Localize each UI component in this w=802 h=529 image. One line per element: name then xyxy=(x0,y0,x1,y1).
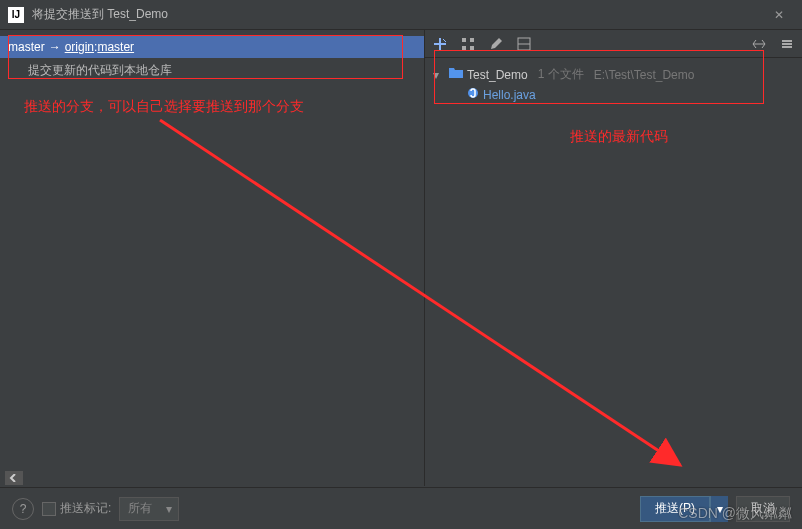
commit-item[interactable]: 提交更新的代码到本地仓库 xyxy=(0,58,424,83)
file-name: Hello.java xyxy=(483,88,536,102)
annotation-left-text: 推送的分支，可以自己选择要推送到那个分支 xyxy=(24,98,304,116)
local-branch-label: master xyxy=(8,40,45,54)
java-file-icon xyxy=(467,87,479,102)
settings-icon[interactable] xyxy=(778,35,796,53)
titlebar: IJ 将提交推送到 Test_Demo ✕ xyxy=(0,0,802,30)
remote-link[interactable]: origin xyxy=(65,40,94,54)
svg-rect-3 xyxy=(470,46,474,50)
annotation-right-text: 推送的最新代码 xyxy=(570,128,668,146)
checkbox-box-icon[interactable] xyxy=(42,502,56,516)
file-count-label: 1 个文件 xyxy=(538,66,584,83)
tree-file-row[interactable]: Hello.java xyxy=(433,85,794,104)
edit-icon[interactable] xyxy=(487,35,505,53)
app-icon: IJ xyxy=(8,7,24,23)
project-path-label: E:\Test\Test_Demo xyxy=(594,68,695,82)
window-title: 将提交推送到 Test_Demo xyxy=(32,6,764,23)
expand-icon[interactable] xyxy=(750,35,768,53)
project-name: Test_Demo xyxy=(467,68,528,82)
branch-selector-row[interactable]: master → origin : master xyxy=(0,36,424,58)
arrow-icon: → xyxy=(49,40,61,54)
tags-dropdown[interactable]: 所有 xyxy=(119,497,179,521)
files-toolbar xyxy=(425,30,802,58)
grid-icon[interactable] xyxy=(459,35,477,53)
push-tags-label: 推送标记: xyxy=(60,500,111,517)
tile-icon[interactable] xyxy=(515,35,533,53)
svg-rect-1 xyxy=(470,38,474,42)
add-icon[interactable] xyxy=(431,35,449,53)
chevron-down-icon[interactable]: ▾ xyxy=(433,68,445,82)
target-branch-link[interactable]: master xyxy=(97,40,134,54)
dropdown-value: 所有 xyxy=(128,500,152,517)
watermark: CSDN @微风粼粼 xyxy=(678,505,792,523)
close-icon[interactable]: ✕ xyxy=(764,8,794,22)
tree-root-row[interactable]: ▾ Test_Demo 1 个文件 E:\Test\Test_Demo xyxy=(433,64,794,85)
file-tree: ▾ Test_Demo 1 个文件 E:\Test\Test_Demo Hell… xyxy=(425,58,802,110)
push-tags-checkbox[interactable]: 推送标记: xyxy=(42,500,111,517)
files-panel: ▾ Test_Demo 1 个文件 E:\Test\Test_Demo Hell… xyxy=(425,30,802,486)
scroll-left-icon[interactable] xyxy=(5,471,23,485)
svg-rect-0 xyxy=(462,38,466,42)
folder-icon xyxy=(449,67,463,82)
svg-rect-2 xyxy=(462,46,466,50)
help-icon[interactable]: ? xyxy=(12,498,34,520)
